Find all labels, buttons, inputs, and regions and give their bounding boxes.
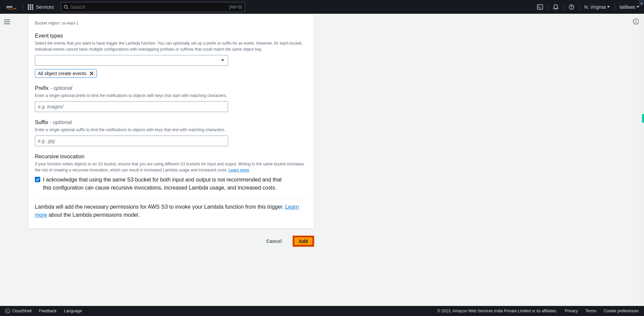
svg-rect-3 [537, 5, 543, 9]
search-input[interactable] [68, 4, 229, 10]
cloudshell-icon[interactable] [532, 0, 548, 14]
region-selector[interactable]: N. Virginia [580, 4, 614, 10]
services-label: Services [36, 4, 54, 10]
notifications-icon[interactable] [548, 0, 564, 14]
search-icon [64, 5, 68, 9]
search-shortcut: [Alt+S] [229, 4, 242, 9]
search-box[interactable]: [Alt+S] [61, 2, 245, 12]
top-navigation: aws Services [Alt+S] N. Virginia latifaw… [0, 0, 644, 14]
chevron-down-icon [607, 6, 610, 8]
grid-icon [28, 4, 33, 10]
svg-point-5 [571, 8, 572, 9]
svg-text:aws: aws [6, 4, 13, 8]
svg-line-2 [67, 8, 68, 9]
svg-point-1 [64, 5, 67, 8]
chevron-down-icon [637, 6, 639, 8]
help-icon[interactable] [564, 0, 579, 14]
aws-logo[interactable]: aws [0, 4, 23, 10]
scroll-up-arrow[interactable]: ▴ [639, 0, 644, 5]
services-button[interactable]: Services [23, 4, 59, 10]
